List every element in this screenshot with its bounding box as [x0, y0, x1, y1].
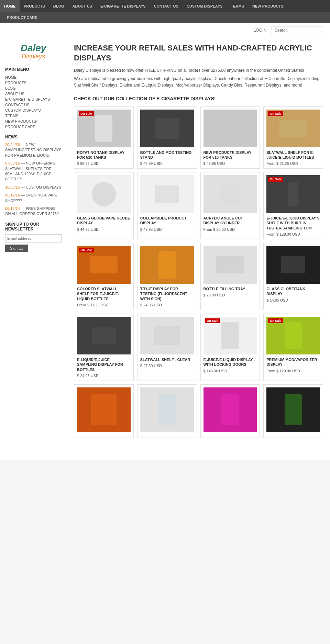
product-name-15: E-JUICE/E-LIQUID DISPLAY - WITH LOCKING … — [204, 357, 257, 367]
footer-space — [74, 445, 323, 455]
product-name-9: COLORED SLATWALL SHELF FOR E-JUICE/E-LIQ… — [77, 286, 131, 301]
main-container: Daley Displays MAIN MENU HOME PRODUCTS B… — [0, 38, 330, 460]
product-name-7: ACRYLIC ANGLE CUT DISPLAY CYLINDER — [204, 216, 257, 226]
product-card-15[interactable]: On Sale E-JUICE/E-LIQUID DISPLAY - WITH … — [200, 314, 260, 381]
product-price-9: From $ 31.25 USD — [77, 303, 131, 307]
product-image-2 — [140, 110, 194, 147]
product-price-5: $ 44.95 USD — [77, 227, 131, 231]
hero-title: INCREASE YOUR RETAIL SALES WITH HAND-CRA… — [74, 43, 323, 63]
email-input[interactable] — [5, 234, 62, 242]
sidebar-item-blog[interactable]: BLOG — [5, 86, 62, 91]
product-card-6[interactable]: COLLAPSIBLE PRODUCT DISPLAY $ 49.95 USD — [137, 172, 197, 239]
product-name-12: GLASS GLOBE/TANK DISPLAY — [266, 286, 320, 296]
sidebar-item-terms[interactable]: TERMS — [5, 113, 62, 118]
on-sale-badge-1: On Sale — [79, 111, 94, 116]
product-card-19[interactable] — [200, 384, 260, 438]
nav-contact[interactable]: CONTACT US — [150, 0, 183, 12]
nav-product-care[interactable]: PRODUCT CARE — [3, 12, 41, 23]
product-name-16: PREMIUM MOD/VAPORIZER DISPLAY — [266, 357, 320, 367]
product-card-7[interactable]: ACRYLIC ANGLE CUT DISPLAY CYLINDER From … — [200, 172, 260, 239]
logo-line2: Displays — [5, 53, 62, 60]
product-price-12: $ 14.95 USD — [266, 298, 320, 302]
product-name-14: SLATWALL SHELF - CLEAR — [140, 357, 194, 362]
main-content: INCREASE YOUR RETAIL SALES WITH HAND-CRA… — [67, 38, 330, 460]
product-price-7: From $ 20.00 USD — [204, 227, 257, 231]
sidebar-item-ecig[interactable]: E-CIGARETTE DISPLAYS — [5, 97, 62, 102]
second-nav: PRODUCT CARE — [0, 12, 330, 23]
product-card-13[interactable]: E-LIQUID/E-JUICE SAMPLING DISPLAY FOR BO… — [74, 314, 134, 381]
product-name-5: GLASS GLOBE/VAPE GLOBE DISPLAY — [77, 216, 131, 226]
product-card-4[interactable]: On Sale SLATWALL SHELF FOR E-JUICE/E-LIQ… — [263, 106, 323, 169]
news-title: NEWS — [5, 135, 62, 139]
newsletter-title: SIGN UP TO OUR NEWSLETTER — [5, 222, 62, 231]
product-image-9: On Sale — [77, 246, 131, 284]
on-sale-badge-16: On Sale — [268, 318, 283, 323]
nav-blog[interactable]: BLOG — [49, 0, 68, 12]
product-image-18 — [140, 387, 194, 432]
on-sale-badge-8: On Sale — [268, 177, 283, 182]
product-image-19 — [204, 387, 257, 432]
news-item-1: 20/04/16 — NEW SAMPLING/TESTING DISPLAYS… — [5, 142, 62, 158]
product-name-1: ROTATING TANK DISPLAY FOR 510 TANKS — [77, 150, 131, 160]
product-price-10: $ 24.95 USD — [140, 303, 194, 307]
product-image-14 — [140, 317, 194, 354]
product-image-6 — [140, 175, 194, 213]
product-image-20 — [266, 387, 320, 432]
product-name-13: E-LIQUID/E-JUICE SAMPLING DISPLAY FOR BO… — [77, 357, 131, 372]
product-card-20[interactable] — [263, 384, 323, 438]
nav-products[interactable]: PRODUCTS — [20, 0, 49, 12]
product-card-9[interactable]: On Sale COLORED SLATWALL SHELF FOR E-JUI… — [74, 243, 134, 310]
product-card-11[interactable]: BOTTLE FILLING TRAY $ 28.00 USD — [200, 243, 260, 310]
product-price-6: $ 49.95 USD — [140, 227, 194, 231]
product-image-11 — [204, 246, 257, 284]
product-card-1[interactable]: On Sale ROTATING TANK DISPLAY FOR 510 TA… — [74, 106, 134, 169]
nav-custom[interactable]: CUSTOM DISPLAYS — [183, 0, 227, 12]
nav-home[interactable]: HOME — [0, 0, 20, 12]
signup-button[interactable]: Sign Up — [5, 245, 28, 252]
product-card-2[interactable]: BOTTLE AND MOD TESTING STAND $ 49.99 USD — [137, 106, 197, 169]
logo-line1: Daley — [5, 43, 62, 53]
collection-title: CHECK OUT OUR COLLECTION OF E-CIGARETTE … — [74, 96, 323, 101]
newsletter-section: SIGN UP TO OUR NEWSLETTER Sign Up — [5, 222, 62, 252]
product-card-14[interactable]: SLATWALL SHELF - CLEAR $ 27.50 USD — [137, 314, 197, 381]
product-price-15: $ 145.00 USD — [204, 369, 257, 373]
search-input[interactable] — [272, 26, 323, 34]
sidebar-item-about[interactable]: ABOUT US — [5, 91, 62, 97]
product-image-16: On Sale — [266, 317, 320, 354]
product-price-4: From $ 31.25 USD — [266, 161, 320, 166]
product-price-14: $ 27.50 USD — [140, 364, 194, 368]
product-card-16[interactable]: On Sale PREMIUM MOD/VAPORIZER DISPLAY Fr… — [263, 314, 323, 381]
logo-area: Daley Displays — [5, 43, 62, 60]
product-name-10: TRY-IT DISPLAY FOR TESTING (FLUORESCENT … — [140, 286, 194, 301]
nav-new[interactable]: NEW PRODUCTS! — [248, 0, 289, 12]
news-item-5: 06/12/14 — FREE SHIPPING ON ALL ORDERS O… — [5, 206, 62, 217]
product-image-8: On Sale — [266, 175, 320, 213]
product-name-2: BOTTLE AND MOD TESTING STAND — [140, 150, 194, 160]
description: We are dedicated to growing your busines… — [74, 76, 323, 89]
product-card-18[interactable] — [137, 384, 197, 438]
on-sale-badge-4: On Sale — [268, 111, 283, 116]
product-price-2: $ 49.99 USD — [140, 161, 194, 166]
product-card-10[interactable]: TRY-IT DISPLAY FOR TESTING (FLUORESCENT … — [137, 243, 197, 310]
sidebar-item-products[interactable]: PRODUCTS — [5, 80, 62, 86]
product-card-17[interactable] — [74, 384, 134, 438]
sidebar-item-new[interactable]: NEW PRODUCTS! — [5, 118, 62, 124]
login-link[interactable]: LOGIN — [254, 28, 266, 33]
sidebar-item-care[interactable]: PRODUCT CARE — [5, 124, 62, 129]
product-image-3 — [204, 110, 257, 147]
sidebar-item-home[interactable]: HOME — [5, 75, 62, 80]
nav-terms[interactable]: TERMS — [227, 0, 248, 12]
product-card-5[interactable]: GLASS GLOBE/VAPE GLOBE DISPLAY $ 44.95 U… — [74, 172, 134, 239]
news-item-2: 07/03/16 — NOW OFFERING SLATWALL SHELVES… — [5, 161, 62, 182]
sidebar-item-contact[interactable]: CONTACT US — [5, 102, 62, 108]
product-card-8[interactable]: On Sale E-JUICE/E-LIQUID DISPLAY 5 SHELF… — [263, 172, 323, 239]
product-name-8: E-JUICE/E-LIQUID DISPLAY 5 SHELF WITH BU… — [266, 216, 320, 230]
product-image-17 — [77, 387, 131, 432]
nav-about[interactable]: ABOUT US — [68, 0, 96, 12]
nav-ecig[interactable]: E-CIGARETTE DISPLAYS — [96, 0, 150, 12]
sidebar-menu: HOME PRODUCTS BLOG ABOUT US E-CIGARETTE … — [5, 75, 62, 129]
news-item-3: 16/03/15 — CUSTOM DISPLAYS — [5, 185, 62, 190]
sidebar-item-custom[interactable]: CUSTOM DISPLAYS — [5, 108, 62, 113]
product-card-3[interactable]: NEW PRODUCT!! DISPLAY FOR 510 TANKS $ 49… — [200, 106, 260, 169]
product-card-12[interactable]: GLASS GLOBE/TANK DISPLAY $ 14.95 USD — [263, 243, 323, 310]
